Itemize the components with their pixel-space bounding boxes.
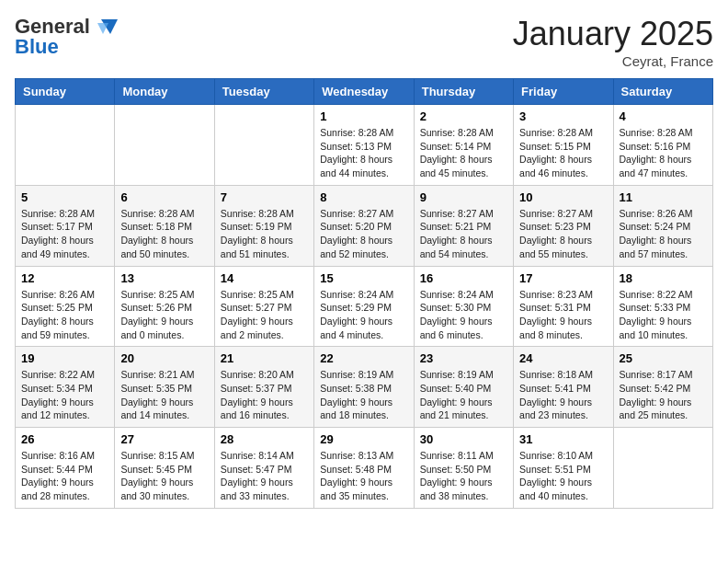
calendar-cell: 12Sunrise: 8:26 AMSunset: 5:25 PMDayligh…: [16, 266, 115, 347]
day-info: Sunrise: 8:27 AMSunset: 5:23 PMDaylight:…: [519, 207, 607, 261]
calendar-cell: 30Sunrise: 8:11 AMSunset: 5:50 PMDayligh…: [414, 428, 513, 509]
calendar-cell: 4Sunrise: 8:28 AMSunset: 5:16 PMDaylight…: [613, 105, 712, 186]
day-number: 16: [420, 271, 507, 285]
day-info: Sunrise: 8:28 AMSunset: 5:16 PMDaylight:…: [620, 126, 707, 180]
day-number: 21: [221, 351, 308, 365]
day-number: 8: [320, 190, 407, 204]
day-info: Sunrise: 8:25 AMSunset: 5:27 PMDaylight:…: [221, 288, 308, 342]
calendar-cell: [16, 105, 115, 186]
calendar-cell: [214, 105, 313, 186]
day-header-friday: Friday: [514, 79, 613, 105]
logo-icon: [92, 16, 119, 38]
day-info: Sunrise: 8:19 AMSunset: 5:40 PMDaylight:…: [420, 368, 507, 422]
calendar-cell: 15Sunrise: 8:24 AMSunset: 5:29 PMDayligh…: [314, 266, 414, 347]
day-number: 10: [519, 190, 607, 204]
day-number: 3: [519, 109, 607, 123]
day-number: 14: [221, 271, 308, 285]
calendar-cell: 29Sunrise: 8:13 AMSunset: 5:48 PMDayligh…: [314, 428, 414, 509]
calendar-cell: 6Sunrise: 8:28 AMSunset: 5:18 PMDaylight…: [115, 185, 214, 266]
day-info: Sunrise: 8:26 AMSunset: 5:25 PMDaylight:…: [21, 288, 108, 342]
calendar-cell: 28Sunrise: 8:14 AMSunset: 5:47 PMDayligh…: [214, 428, 313, 509]
day-info: Sunrise: 8:21 AMSunset: 5:35 PMDaylight:…: [120, 368, 208, 422]
day-number: 5: [21, 190, 108, 204]
day-number: 25: [620, 351, 707, 365]
day-number: 12: [21, 271, 108, 285]
day-number: 19: [21, 351, 108, 365]
day-number: 28: [221, 432, 308, 446]
day-header-wednesday: Wednesday: [314, 79, 414, 105]
day-info: Sunrise: 8:28 AMSunset: 5:13 PMDaylight:…: [320, 126, 407, 180]
day-info: Sunrise: 8:24 AMSunset: 5:30 PMDaylight:…: [420, 288, 507, 342]
day-info: Sunrise: 8:25 AMSunset: 5:26 PMDaylight:…: [120, 288, 208, 342]
day-info: Sunrise: 8:26 AMSunset: 5:24 PMDaylight:…: [620, 207, 707, 261]
day-info: Sunrise: 8:22 AMSunset: 5:33 PMDaylight:…: [620, 288, 707, 342]
day-info: Sunrise: 8:20 AMSunset: 5:37 PMDaylight:…: [221, 368, 308, 422]
calendar-cell: [613, 428, 712, 509]
calendar-cell: 2Sunrise: 8:28 AMSunset: 5:14 PMDaylight…: [414, 105, 513, 186]
day-number: 18: [620, 271, 707, 285]
day-number: 4: [620, 109, 707, 123]
day-header-thursday: Thursday: [414, 79, 513, 105]
calendar-cell: 14Sunrise: 8:25 AMSunset: 5:27 PMDayligh…: [214, 266, 313, 347]
calendar-cell: 19Sunrise: 8:22 AMSunset: 5:34 PMDayligh…: [16, 347, 115, 428]
day-info: Sunrise: 8:15 AMSunset: 5:45 PMDaylight:…: [120, 449, 208, 503]
day-info: Sunrise: 8:13 AMSunset: 5:48 PMDaylight:…: [320, 449, 407, 503]
calendar-cell: 1Sunrise: 8:28 AMSunset: 5:13 PMDaylight…: [314, 105, 414, 186]
day-info: Sunrise: 8:28 AMSunset: 5:15 PMDaylight:…: [519, 126, 607, 180]
calendar-cell: [115, 105, 214, 186]
calendar-week-row: 12Sunrise: 8:26 AMSunset: 5:25 PMDayligh…: [16, 266, 713, 347]
day-info: Sunrise: 8:19 AMSunset: 5:38 PMDaylight:…: [320, 368, 407, 422]
calendar-cell: 20Sunrise: 8:21 AMSunset: 5:35 PMDayligh…: [115, 347, 214, 428]
day-number: 17: [519, 271, 607, 285]
day-number: 9: [420, 190, 507, 204]
day-info: Sunrise: 8:10 AMSunset: 5:51 PMDaylight:…: [519, 449, 607, 503]
calendar-cell: 9Sunrise: 8:27 AMSunset: 5:21 PMDaylight…: [414, 185, 513, 266]
logo-blue-text: Blue: [15, 35, 59, 59]
calendar-cell: 17Sunrise: 8:23 AMSunset: 5:31 PMDayligh…: [514, 266, 613, 347]
day-number: 7: [221, 190, 308, 204]
day-number: 1: [320, 109, 407, 123]
day-header-sunday: Sunday: [16, 79, 115, 105]
day-number: 23: [420, 351, 507, 365]
calendar-header-row: SundayMondayTuesdayWednesdayThursdayFrid…: [16, 79, 713, 105]
calendar-week-row: 26Sunrise: 8:16 AMSunset: 5:44 PMDayligh…: [16, 428, 713, 509]
day-info: Sunrise: 8:28 AMSunset: 5:17 PMDaylight:…: [21, 207, 108, 261]
calendar-table: SundayMondayTuesdayWednesdayThursdayFrid…: [15, 78, 713, 509]
day-header-monday: Monday: [115, 79, 214, 105]
day-number: 13: [120, 271, 208, 285]
day-number: 20: [120, 351, 208, 365]
day-info: Sunrise: 8:23 AMSunset: 5:31 PMDaylight:…: [519, 288, 607, 342]
logo: General Blue: [15, 15, 119, 59]
calendar-cell: 3Sunrise: 8:28 AMSunset: 5:15 PMDaylight…: [514, 105, 613, 186]
day-info: Sunrise: 8:28 AMSunset: 5:18 PMDaylight:…: [120, 207, 208, 261]
day-info: Sunrise: 8:14 AMSunset: 5:47 PMDaylight:…: [221, 449, 308, 503]
day-number: 29: [320, 432, 407, 446]
location: Ceyrat, France: [513, 53, 713, 69]
calendar-cell: 26Sunrise: 8:16 AMSunset: 5:44 PMDayligh…: [16, 428, 115, 509]
day-info: Sunrise: 8:27 AMSunset: 5:21 PMDaylight:…: [420, 207, 507, 261]
svg-marker-1: [97, 23, 108, 34]
day-info: Sunrise: 8:27 AMSunset: 5:20 PMDaylight:…: [320, 207, 407, 261]
day-info: Sunrise: 8:17 AMSunset: 5:42 PMDaylight:…: [620, 368, 707, 422]
day-header-saturday: Saturday: [613, 79, 712, 105]
calendar-cell: 18Sunrise: 8:22 AMSunset: 5:33 PMDayligh…: [613, 266, 712, 347]
day-number: 30: [420, 432, 507, 446]
calendar-cell: 22Sunrise: 8:19 AMSunset: 5:38 PMDayligh…: [314, 347, 414, 428]
day-number: 26: [21, 432, 108, 446]
day-number: 11: [620, 190, 707, 204]
calendar-cell: 24Sunrise: 8:18 AMSunset: 5:41 PMDayligh…: [514, 347, 613, 428]
calendar-cell: 27Sunrise: 8:15 AMSunset: 5:45 PMDayligh…: [115, 428, 214, 509]
calendar-week-row: 5Sunrise: 8:28 AMSunset: 5:17 PMDaylight…: [16, 185, 713, 266]
calendar-cell: 25Sunrise: 8:17 AMSunset: 5:42 PMDayligh…: [613, 347, 712, 428]
calendar-cell: 8Sunrise: 8:27 AMSunset: 5:20 PMDaylight…: [314, 185, 414, 266]
calendar-week-row: 19Sunrise: 8:22 AMSunset: 5:34 PMDayligh…: [16, 347, 713, 428]
day-number: 27: [120, 432, 208, 446]
day-info: Sunrise: 8:24 AMSunset: 5:29 PMDaylight:…: [320, 288, 407, 342]
day-number: 6: [120, 190, 208, 204]
day-info: Sunrise: 8:22 AMSunset: 5:34 PMDaylight:…: [21, 368, 108, 422]
calendar-cell: 23Sunrise: 8:19 AMSunset: 5:40 PMDayligh…: [414, 347, 513, 428]
page-header: General Blue January 2025 Ceyrat, France: [15, 15, 713, 69]
calendar-cell: 11Sunrise: 8:26 AMSunset: 5:24 PMDayligh…: [613, 185, 712, 266]
calendar-week-row: 1Sunrise: 8:28 AMSunset: 5:13 PMDaylight…: [16, 105, 713, 186]
day-info: Sunrise: 8:28 AMSunset: 5:19 PMDaylight:…: [221, 207, 308, 261]
